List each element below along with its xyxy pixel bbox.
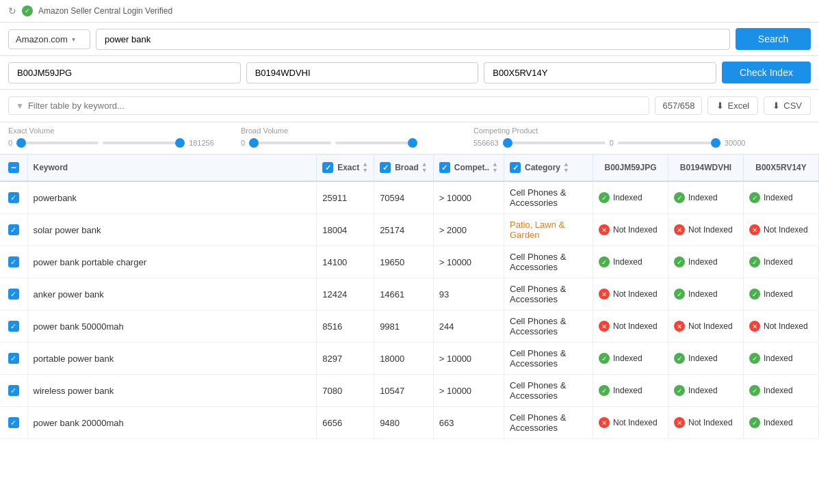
- exact-volume-range-max[interactable]: [103, 142, 185, 144]
- keyword-cell: power bank 20000mah: [27, 407, 317, 439]
- exact-volume-max: 181256: [189, 139, 214, 147]
- status-cell: ✕Not Indexed: [668, 310, 744, 343]
- broad-sort-icon[interactable]: ▲▼: [421, 161, 428, 174]
- status-cell: ✓Indexed: [668, 181, 744, 214]
- row-checkbox[interactable]: ✓: [8, 289, 19, 300]
- status-label: Indexed: [688, 386, 718, 395]
- status-cell: ✓Indexed: [744, 278, 819, 310]
- status-label: Indexed: [764, 289, 793, 299]
- competing-min: 556663: [473, 139, 499, 147]
- check-index-button[interactable]: Check Index: [722, 62, 811, 83]
- verified-text: Amazon Seller Central Login Verified: [38, 6, 172, 16]
- table-row: ✓anker power bank124241466193Cell Phones…: [0, 278, 819, 310]
- table-row: ✓solar power bank1800425174> 2000Patio, …: [0, 214, 819, 246]
- category-sort-icon[interactable]: ▲▼: [563, 161, 569, 174]
- marketplace-selector[interactable]: Amazon.com ▾: [8, 29, 90, 49]
- th-asin2-label: B0194WDVHI: [674, 163, 738, 172]
- keyword-table: − Keyword ✓ Exact ▲▼ ✓: [0, 155, 819, 439]
- exact-cell: 8516: [317, 310, 374, 343]
- status-cell: ✓Indexed: [593, 246, 668, 278]
- compet-sort-icon[interactable]: ▲▼: [492, 161, 498, 174]
- row-checkbox-cell[interactable]: ✓: [0, 343, 27, 375]
- row-checkbox[interactable]: ✓: [8, 321, 19, 332]
- category-cell: Cell Phones & Accessories: [504, 278, 593, 310]
- broad-cell: 18000: [374, 343, 434, 375]
- competing-max: 30000: [725, 139, 746, 147]
- indexed-icon: ✓: [749, 385, 760, 396]
- status-label: Indexed: [688, 354, 718, 363]
- status-label: Not Indexed: [688, 321, 733, 331]
- asin3-input[interactable]: [484, 62, 716, 83]
- compet-checkbox[interactable]: ✓: [439, 162, 450, 173]
- competing-range-max[interactable]: [618, 142, 720, 144]
- category-cell: Cell Phones & Accessories: [504, 246, 593, 278]
- status-cell: ✕Not Indexed: [593, 310, 668, 343]
- row-checkbox[interactable]: ✓: [8, 224, 19, 235]
- status-label: Not Indexed: [688, 225, 733, 235]
- asin2-input[interactable]: [246, 62, 479, 83]
- keyword-cell: portable power bank: [27, 343, 317, 375]
- row-checkbox-cell[interactable]: ✓: [0, 246, 27, 278]
- filter-input[interactable]: [28, 101, 642, 111]
- compet-cell: > 2000: [433, 214, 504, 246]
- broad-volume-range-max[interactable]: [335, 142, 417, 144]
- category-cell[interactable]: Patio, Lawn & Garden: [504, 214, 593, 246]
- th-keyword: Keyword: [27, 155, 317, 181]
- not-indexed-icon: ✕: [599, 417, 610, 428]
- th-category-label: Category: [525, 163, 560, 172]
- broad-volume-range-min[interactable]: [249, 142, 331, 144]
- broad-volume-slider-group: Broad Volume 0: [241, 127, 473, 147]
- broad-cell: 19650: [374, 246, 434, 278]
- status-label: Indexed: [688, 193, 718, 202]
- search-button[interactable]: Search: [736, 28, 811, 50]
- th-category[interactable]: ✓ Category ▲▼: [504, 155, 593, 181]
- refresh-icon[interactable]: ↻: [8, 5, 16, 16]
- status-label: Indexed: [764, 354, 793, 363]
- search-bar: Amazon.com ▾ Search: [0, 23, 819, 56]
- row-checkbox-cell[interactable]: ✓: [0, 375, 27, 407]
- table-row: ✓portable power bank829718000> 10000Cell…: [0, 343, 819, 375]
- row-checkbox-cell[interactable]: ✓: [0, 310, 27, 343]
- indexed-icon: ✓: [674, 192, 685, 203]
- compet-cell: > 10000: [433, 246, 504, 278]
- category-link[interactable]: Patio, Lawn & Garden: [510, 220, 564, 240]
- row-checkbox[interactable]: ✓: [8, 417, 19, 428]
- exact-volume-range-min[interactable]: [16, 142, 99, 144]
- th-compet[interactable]: ✓ Compet.. ▲▼: [433, 155, 504, 181]
- row-checkbox[interactable]: ✓: [8, 353, 19, 364]
- excel-button[interactable]: ⬇ Excel: [707, 96, 758, 115]
- exact-checkbox[interactable]: ✓: [322, 162, 333, 173]
- row-checkbox[interactable]: ✓: [8, 192, 19, 203]
- status-label: Indexed: [613, 386, 642, 395]
- row-checkbox[interactable]: ✓: [8, 385, 19, 396]
- status-cell: ✓Indexed: [593, 181, 668, 214]
- row-checkbox-cell[interactable]: ✓: [0, 407, 27, 439]
- asin1-input[interactable]: [8, 62, 241, 83]
- not-indexed-icon: ✕: [599, 321, 610, 332]
- select-all-checkbox[interactable]: −: [8, 162, 19, 173]
- status-cell: ✓Indexed: [593, 375, 668, 407]
- row-checkbox-cell[interactable]: ✓: [0, 181, 27, 214]
- category-checkbox[interactable]: ✓: [510, 162, 521, 173]
- th-select-all[interactable]: −: [0, 155, 27, 181]
- competing-range-min[interactable]: [503, 142, 606, 144]
- indexed-icon: ✓: [599, 385, 610, 396]
- row-checkbox-cell[interactable]: ✓: [0, 278, 27, 310]
- row-checkbox-cell[interactable]: ✓: [0, 214, 27, 246]
- th-broad[interactable]: ✓ Broad ▲▼: [374, 155, 434, 181]
- status-cell: ✓Indexed: [668, 246, 744, 278]
- compet-cell: 663: [433, 407, 504, 439]
- compet-cell: > 10000: [433, 375, 504, 407]
- indexed-icon: ✓: [749, 353, 760, 364]
- th-exact[interactable]: ✓ Exact ▲▼: [317, 155, 374, 181]
- exact-cell: 6656: [317, 407, 374, 439]
- row-checkbox[interactable]: ✓: [8, 256, 19, 267]
- exact-volume-slider-group: Exact Volume 0 181256: [8, 127, 241, 147]
- keyword-cell: wireless power bank: [27, 375, 317, 407]
- exact-sort-icon[interactable]: ▲▼: [362, 161, 368, 174]
- csv-button[interactable]: ⬇ CSV: [764, 96, 811, 115]
- keyword-cell: power bank portable charger: [27, 246, 317, 278]
- indexed-icon: ✓: [749, 289, 760, 300]
- broad-checkbox[interactable]: ✓: [380, 162, 391, 173]
- search-input[interactable]: [96, 29, 730, 50]
